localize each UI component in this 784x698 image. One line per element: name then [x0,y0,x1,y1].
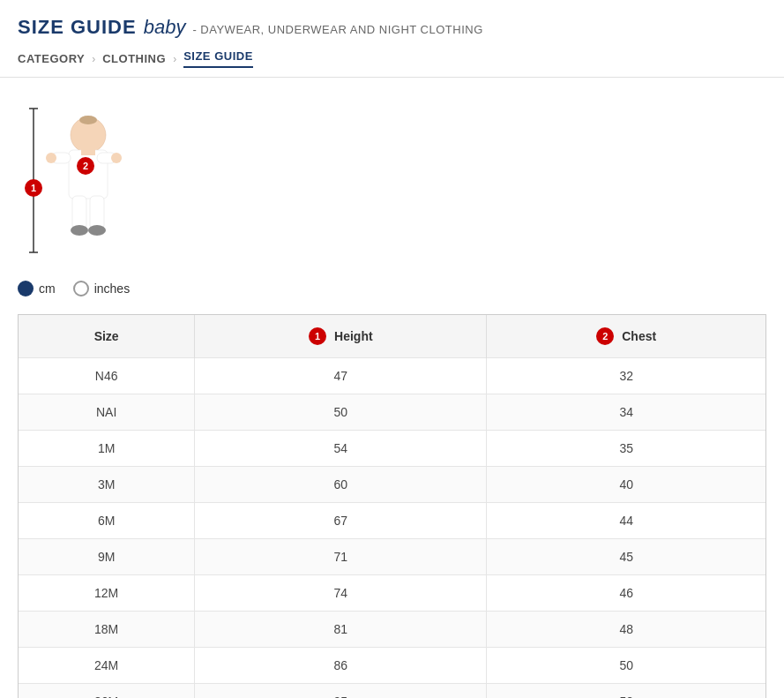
cell-chest: 50 [487,648,765,684]
breadcrumb-size-guide[interactable]: SIZE GUIDE [183,49,253,68]
cell-height: 67 [195,503,487,539]
cm-label: cm [39,281,56,296]
page-title: SIZE GUIDE baby - DAYWEAR, UNDERWEAR AND… [18,16,766,39]
baby-figure: 1 [18,104,150,259]
cell-height: 60 [195,467,487,503]
svg-point-11 [111,153,122,163]
inches-option[interactable]: inches [73,281,130,296]
title-size-guide: SIZE GUIDE [18,16,137,39]
table-row: 9M 71 45 [19,539,765,575]
cell-chest: 46 [487,575,765,612]
breadcrumb-category[interactable]: CATEGORY [18,52,85,65]
breadcrumb-clothing[interactable]: CLOTHING [102,52,166,65]
svg-point-15 [88,225,106,236]
height-badge: 1 [309,327,326,345]
svg-rect-16 [81,148,95,155]
cell-chest: 44 [487,503,765,539]
table-body: N46 47 32 NAI 50 34 1M 54 35 3M 60 40 6M… [19,358,765,699]
table-row: 12M 74 46 [19,575,765,612]
table-row: 6M 67 44 [19,503,765,539]
svg-point-10 [46,153,56,163]
cm-radio[interactable] [18,281,34,296]
cell-chest: 34 [487,394,765,431]
table-row: 18M 81 48 [19,612,765,648]
table-row: 24M 86 50 [19,648,765,684]
svg-point-14 [71,225,88,236]
cell-size: N46 [19,358,195,394]
svg-text:1: 1 [31,183,36,193]
baby-figure-svg: 1 [18,104,150,259]
content-area: 1 [0,78,784,698]
illustration-area: 1 [18,104,766,259]
cell-size: 36M [19,684,195,699]
chest-badge: 2 [596,327,614,345]
breadcrumb: CATEGORY › CLOTHING › SIZE GUIDE [18,49,766,68]
table-row: NAI 50 34 [19,394,765,431]
table-row: N46 47 32 [19,358,765,394]
cell-size: 9M [19,539,195,575]
cell-size: 12M [19,575,195,612]
size-table-wrapper: Size 1 Height 2 Chest [18,314,766,698]
cell-height: 95 [195,684,487,699]
page-header: SIZE GUIDE baby - DAYWEAR, UNDERWEAR AND… [0,0,784,78]
cm-option[interactable]: cm [18,281,56,296]
cell-height: 50 [195,394,487,431]
cell-height: 71 [195,539,487,575]
cell-size: 3M [19,467,195,503]
cell-height: 81 [195,612,487,648]
col-header-height: 1 Height [195,315,487,358]
breadcrumb-separator-1: › [92,53,95,65]
cell-size: NAI [19,394,195,431]
breadcrumb-separator-2: › [173,53,176,65]
cell-chest: 32 [487,358,765,394]
cell-size: 18M [19,612,195,648]
svg-text:2: 2 [83,161,88,171]
title-subtitle: - DAYWEAR, UNDERWEAR AND NIGHT CLOTHING [192,23,482,36]
cell-chest: 35 [487,431,765,467]
inches-radio[interactable] [73,281,89,296]
table-row: 1M 54 35 [19,431,765,467]
col-header-size: Size [19,315,195,358]
cell-chest: 40 [487,467,765,503]
inches-label: inches [94,281,130,296]
cell-size: 6M [19,503,195,539]
col-header-chest: 2 Chest [487,315,765,358]
title-baby: baby [144,16,186,39]
table-header-row: Size 1 Height 2 Chest [19,315,765,358]
svg-rect-12 [72,196,86,229]
cell-chest: 48 [487,612,765,648]
cell-height: 74 [195,575,487,612]
cell-chest: 45 [487,539,765,575]
cell-size: 24M [19,648,195,684]
cell-height: 54 [195,431,487,467]
cell-size: 1M [19,431,195,467]
svg-rect-13 [90,196,104,229]
table-row: 36M 95 52 [19,684,765,699]
cell-height: 47 [195,358,487,394]
svg-point-6 [79,116,97,124]
unit-selector: cm inches [18,281,766,296]
table-row: 3M 60 40 [19,467,765,503]
cell-chest: 52 [487,684,765,699]
cell-height: 86 [195,648,487,684]
size-table: Size 1 Height 2 Chest [19,315,765,698]
